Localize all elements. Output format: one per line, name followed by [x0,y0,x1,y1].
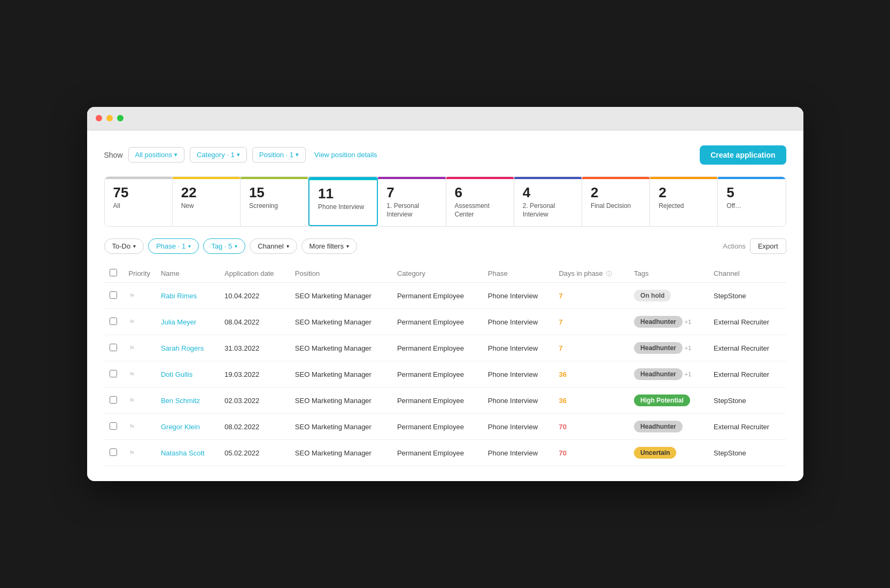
table-row: ⚑ Ben Schmitz 02.03.2022 SEO Marketing M… [104,388,786,414]
phase-tab-final-decision[interactable]: 2 Final Decision [582,177,650,226]
phase-header: Phase [483,265,554,283]
flag-icon[interactable]: ⚑ [129,318,135,326]
channel-header: Channel [708,265,786,283]
tag-badge[interactable]: Headhunter [634,342,683,354]
tag-plus: +1 [685,371,692,377]
table-body: ⚑ Rabi Rimes 10.04.2022 SEO Marketing Ma… [104,283,786,466]
cell-phase: Phone Interview [483,388,554,414]
cell-channel: External Recruiter [708,309,786,335]
flag-icon[interactable]: ⚑ [129,370,135,378]
cell-tags: Headhunter+1 [629,335,708,361]
cell-phase: Phone Interview [483,283,554,309]
cell-tags: Headhunter+1 [629,361,708,388]
phase-tabs: 75 All 22 New 15 Screening 11 Phone Inte… [104,176,786,227]
days-in-phase-header: Days in phase ⓘ [553,265,629,283]
cell-channel: External Recruiter [708,335,786,361]
row-checkbox-0[interactable] [110,291,117,299]
all-positions-button[interactable]: All positions ▾ [128,147,184,163]
chevron-down-icon: ▾ [237,151,240,158]
table-row: ⚑ Julia Meyer 08.04.2022 SEO Marketing M… [104,309,786,335]
cell-position: SEO Marketing Manager [290,309,392,335]
export-button[interactable]: Export [750,238,786,254]
phase-tab-rejected[interactable]: 2 Rejected [650,177,718,226]
flag-icon[interactable]: ⚑ [129,449,135,457]
channel-filter-button[interactable]: Channel ▾ [250,238,297,254]
applications-table: Priority Name Application date Position … [104,265,786,466]
cell-phase: Phone Interview [483,361,554,388]
top-bar: Show All positions ▾ Category · 1 ▾ Posi… [104,145,786,165]
row-checkbox-4[interactable] [110,396,117,404]
cell-name[interactable]: Natasha Scott [156,440,219,466]
tag-plus: +1 [685,345,692,351]
chevron-down-icon: ▾ [346,243,349,249]
tag-filter-button[interactable]: Tag · 5 ▾ [203,238,245,254]
cell-app-date: 08.02.2022 [219,414,290,440]
cell-app-date: 19.03.2022 [219,361,290,388]
cell-days: 70 [553,414,629,440]
cell-channel: StepStone [708,283,786,309]
cell-app-date: 05.02.2022 [219,440,290,466]
phase-tab-new[interactable]: 22 New [173,177,241,226]
tag-badge[interactable]: On hold [634,290,671,301]
cell-phase: Phone Interview [483,335,554,361]
maximize-button[interactable] [117,115,123,121]
cell-name[interactable]: Gregor Klein [156,414,219,440]
filter-actions: Actions Export [723,238,786,254]
cell-name[interactable]: Doti Gullis [156,361,219,388]
cell-category: Permanent Employee [392,414,483,440]
flag-icon[interactable]: ⚑ [129,344,135,352]
phase-tab-phone-interview[interactable]: 11 Phone Interview [308,177,378,226]
close-button[interactable] [96,115,102,121]
cell-category: Permanent Employee [392,335,483,361]
phase-tab-all[interactable]: 75 All [105,177,173,226]
cell-name[interactable]: Julia Meyer [156,309,219,335]
cell-days: 7 [553,309,629,335]
actions-button[interactable]: Actions [723,242,746,250]
info-icon: ⓘ [606,270,612,277]
cell-days: 7 [553,283,629,309]
priority-header: Priority [123,265,156,283]
phase-tab-personal-interview-2[interactable]: 4 2. Personal Interview [514,177,582,226]
cell-app-date: 31.03.2022 [219,335,290,361]
cell-days: 36 [553,361,629,388]
show-label: Show [104,151,123,159]
phase-tab-offer[interactable]: 5 Off… [718,177,785,226]
row-checkbox-3[interactable] [110,370,117,377]
tag-badge[interactable]: High Potential [634,394,690,406]
table-header: Priority Name Application date Position … [104,265,786,283]
cell-name[interactable]: Rabi Rimes [156,283,219,309]
row-checkbox-2[interactable] [110,344,117,351]
tag-badge[interactable]: Headhunter [634,368,683,380]
cell-name[interactable]: Sarah Rogers [156,335,219,361]
tag-badge[interactable]: Uncertain [634,447,676,459]
flag-icon[interactable]: ⚑ [129,292,135,300]
row-checkbox-6[interactable] [110,448,117,456]
phase-tab-personal-interview-1[interactable]: 7 1. Personal Interview [378,177,446,226]
tag-badge[interactable]: Headhunter [634,421,683,432]
flag-icon[interactable]: ⚑ [129,397,135,405]
view-position-details-link[interactable]: View position details [314,151,377,159]
row-checkbox-1[interactable] [110,318,117,325]
select-all-checkbox[interactable] [110,269,117,276]
category-filter-button[interactable]: Category · 1 ▾ [190,147,247,163]
todo-filter-button[interactable]: To-Do ▾ [104,238,144,254]
phase-filter-button[interactable]: Phase · 1 ▾ [148,238,199,254]
cell-tags: On hold [629,283,708,309]
cell-channel: StepStone [708,388,786,414]
cell-position: SEO Marketing Manager [290,440,392,466]
position-filter-button[interactable]: Position · 1 ▾ [252,147,306,163]
tag-plus: +1 [685,319,692,325]
minimize-button[interactable] [106,115,113,121]
phase-tab-assessment[interactable]: 6 Assessment Center [446,177,514,226]
row-checkbox-5[interactable] [110,422,117,430]
cell-name[interactable]: Ben Schmitz [156,388,219,414]
chevron-down-icon: ▾ [296,151,299,158]
create-application-button[interactable]: Create application [700,145,786,165]
phase-tab-screening[interactable]: 15 Screening [241,177,308,226]
cell-app-date: 08.04.2022 [219,309,290,335]
more-filters-button[interactable]: More filters ▾ [301,238,357,254]
flag-icon[interactable]: ⚑ [129,423,135,431]
cell-position: SEO Marketing Manager [290,283,392,309]
table-row: ⚑ Rabi Rimes 10.04.2022 SEO Marketing Ma… [104,283,786,309]
tag-badge[interactable]: Headhunter [634,316,683,328]
